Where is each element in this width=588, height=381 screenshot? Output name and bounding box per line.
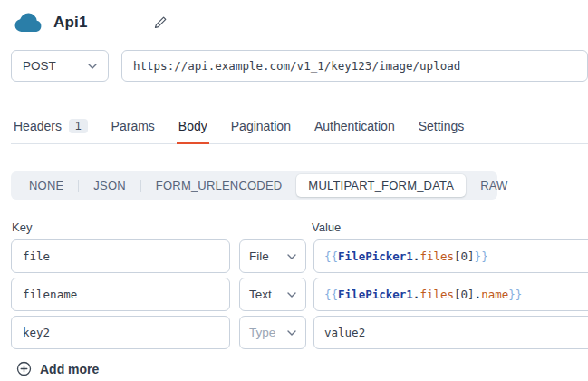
mode-raw[interactable]: RAW [466, 179, 522, 192]
type-select[interactable]: File [239, 239, 306, 273]
cloud-icon [13, 12, 43, 34]
tab-params[interactable]: Params [110, 119, 157, 144]
type-select[interactable]: Type [239, 316, 306, 349]
tab-label: Pagination [231, 119, 291, 133]
mode-form_urlencoded[interactable]: FORM_URLENCODED [141, 179, 297, 192]
chevron-down-icon [287, 292, 296, 298]
tab-badge: 1 [69, 119, 88, 133]
mode-multipart_form_data[interactable]: MULTIPART_FORM_DATA [296, 174, 466, 197]
table-row: Text{{FilePicker1.files[0].name}} [11, 278, 588, 311]
value-token: FilePicker1 [338, 249, 413, 263]
value-token: [0] [454, 249, 475, 263]
method-select-value: POST [23, 59, 56, 73]
value-token: . [413, 249, 420, 263]
tab-label: Settings [419, 119, 465, 133]
value-input[interactable]: value2 [313, 316, 588, 349]
value-input[interactable]: {{FilePicker1.files[0]}} [313, 239, 588, 273]
chevron-down-icon [88, 64, 97, 69]
value-token: FilePicker1 [338, 288, 413, 301]
value-column-header: Value [312, 220, 341, 234]
page-title: Api1 [53, 14, 88, 32]
value-token: }} [475, 249, 488, 263]
tab-authentication[interactable]: Authentication [313, 119, 397, 144]
value-input[interactable]: {{FilePicker1.files[0].name}} [313, 278, 588, 311]
value-token: . [413, 288, 420, 301]
value-token: }} [508, 288, 522, 301]
mode-none[interactable]: NONE [14, 179, 78, 192]
add-more-label: Add more [40, 362, 99, 376]
tab-label: Authentication [314, 119, 395, 133]
body-type-segmented-control: NONEJSONFORM_URLENCODEDMULTIPART_FORM_DA… [11, 171, 497, 200]
url-input[interactable] [121, 50, 588, 82]
type-select-value: Text [249, 288, 272, 301]
edit-icon[interactable] [153, 15, 168, 30]
key-column-header: Key [12, 220, 312, 234]
value-token: {{ [324, 288, 338, 301]
tab-label: Headers [14, 119, 62, 133]
chevron-down-icon [287, 330, 296, 336]
column-headers: Key Value [12, 220, 588, 234]
table-row: File{{FilePicker1.files[0]}} [11, 239, 588, 273]
key-input[interactable] [11, 316, 230, 349]
tab-pagination[interactable]: Pagination [229, 119, 293, 144]
key-input[interactable] [11, 278, 230, 311]
type-select[interactable]: Text [239, 278, 306, 311]
value-token: files [419, 288, 454, 301]
method-select[interactable]: POST [11, 50, 109, 82]
form-data-rows: File{{FilePicker1.files[0]}}Text{{FilePi… [0, 239, 588, 349]
add-more-button[interactable]: Add more [16, 361, 588, 376]
tabs: Headers1ParamsBodyPaginationAuthenticati… [11, 119, 588, 144]
tab-headers[interactable]: Headers1 [12, 119, 90, 144]
tab-settings[interactable]: Settings [417, 119, 467, 144]
value-token: files [419, 249, 454, 263]
mode-json[interactable]: JSON [79, 179, 140, 192]
value-token: value2 [324, 326, 365, 339]
table-row: Typevalue2 [11, 316, 588, 349]
api-query-editor: Api1 POST Headers1ParamsBodyPaginationAu… [0, 0, 588, 381]
plus-circle-icon [16, 361, 32, 376]
key-input[interactable] [11, 239, 230, 273]
tab-label: Params [111, 119, 155, 133]
chevron-down-icon [287, 254, 296, 259]
tab-label: Body [178, 119, 207, 133]
type-select-value: File [249, 249, 269, 263]
tab-body[interactable]: Body [177, 119, 209, 144]
value-token: name [481, 288, 508, 301]
value-token: {{ [324, 249, 338, 263]
request-row: POST [11, 50, 588, 82]
value-token: . [475, 288, 482, 301]
type-select-value: Type [249, 326, 275, 339]
value-token: [0] [454, 288, 475, 301]
header: Api1 [0, 0, 588, 34]
